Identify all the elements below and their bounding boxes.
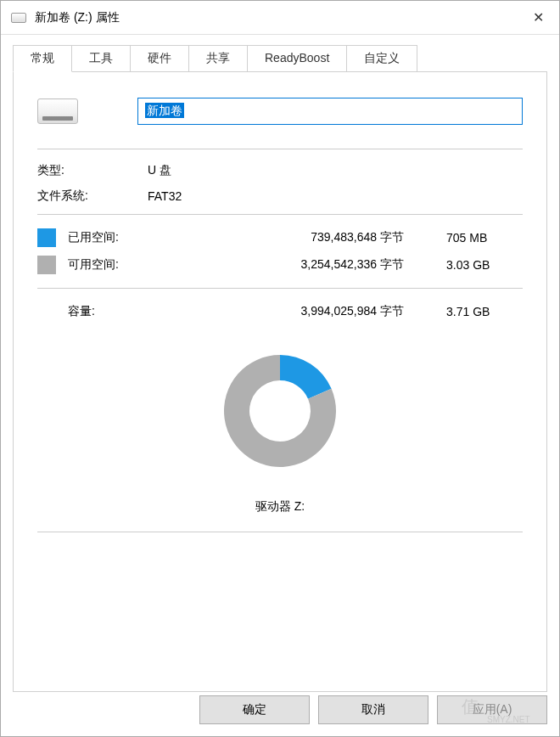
ok-button[interactable]: 确定 — [199, 695, 310, 724]
tabstrip: 常规 工具 硬件 共享 ReadyBoost 自定义 — [13, 45, 547, 72]
close-icon: ✕ — [533, 9, 544, 25]
divider — [37, 532, 523, 532]
drive-header: 新加卷 — [37, 98, 523, 125]
usage-chart — [37, 343, 523, 479]
type-row: 类型: U 盘 — [37, 163, 523, 178]
tab-sharing[interactable]: 共享 — [188, 45, 248, 72]
used-label: 已用空间: — [68, 230, 153, 245]
free-label: 可用空间: — [68, 257, 153, 273]
filesystem-row: 文件系统: FAT32 — [37, 188, 523, 204]
titlebar: 新加卷 (Z:) 属性 ✕ — [1, 1, 559, 35]
divider — [37, 214, 523, 215]
volume-name-value: 新加卷 — [145, 103, 184, 118]
used-hr: 705 MB — [446, 231, 523, 245]
free-hr: 3.03 GB — [446, 258, 523, 272]
drive-large-icon — [37, 98, 78, 124]
cancel-button[interactable]: 取消 — [318, 695, 428, 724]
window-title: 新加卷 (Z:) 属性 — [35, 10, 517, 25]
divider — [37, 149, 523, 149]
space-section: 已用空间: 739,483,648 字节 705 MB 可用空间: 3,254,… — [37, 228, 523, 274]
tabpanel-general: 新加卷 类型: U 盘 文件系统: FAT32 已用空间: — [13, 71, 547, 692]
tab-customize[interactable]: 自定义 — [346, 45, 417, 72]
tab-tools[interactable]: 工具 — [71, 45, 131, 72]
used-space-row: 已用空间: 739,483,648 字节 705 MB — [37, 228, 523, 247]
type-value: U 盘 — [148, 163, 171, 178]
apply-button[interactable]: 应用(A) — [437, 695, 547, 724]
capacity-hr: 3.71 GB — [446, 305, 523, 318]
filesystem-value: FAT32 — [148, 189, 182, 203]
filesystem-label: 文件系统: — [37, 188, 148, 204]
drive-label: 驱动器 Z: — [37, 499, 523, 515]
divider — [37, 288, 523, 289]
tab-hardware[interactable]: 硬件 — [130, 45, 189, 72]
used-swatch — [37, 228, 56, 247]
capacity-bytes: 3,994,025,984 字节 — [153, 304, 446, 319]
free-swatch — [37, 256, 56, 274]
capacity-label: 容量: — [37, 304, 153, 319]
volume-name-input[interactable]: 新加卷 — [137, 98, 523, 125]
button-row: 确定 取消 应用(A) — [13, 692, 547, 724]
free-space-row: 可用空间: 3,254,542,336 字节 3.03 GB — [37, 256, 523, 274]
donut-icon — [212, 343, 348, 479]
tab-readyboost[interactable]: ReadyBoost — [247, 45, 347, 72]
type-label: 类型: — [37, 163, 148, 178]
close-button[interactable]: ✕ — [517, 1, 559, 35]
capacity-row: 容量: 3,994,025,984 字节 3.71 GB — [37, 304, 523, 319]
used-bytes: 739,483,648 字节 — [153, 230, 446, 245]
content-area: 常规 工具 硬件 共享 ReadyBoost 自定义 新加卷 类型: U 盘 — [1, 35, 559, 736]
drive-icon — [11, 13, 26, 23]
free-bytes: 3,254,542,336 字节 — [153, 257, 446, 273]
properties-window: 新加卷 (Z:) 属性 ✕ 常规 工具 硬件 共享 ReadyBoost 自定义… — [0, 0, 560, 737]
tabs-container: 常规 工具 硬件 共享 ReadyBoost 自定义 新加卷 类型: U 盘 — [13, 45, 547, 692]
tab-general[interactable]: 常规 — [13, 45, 72, 72]
